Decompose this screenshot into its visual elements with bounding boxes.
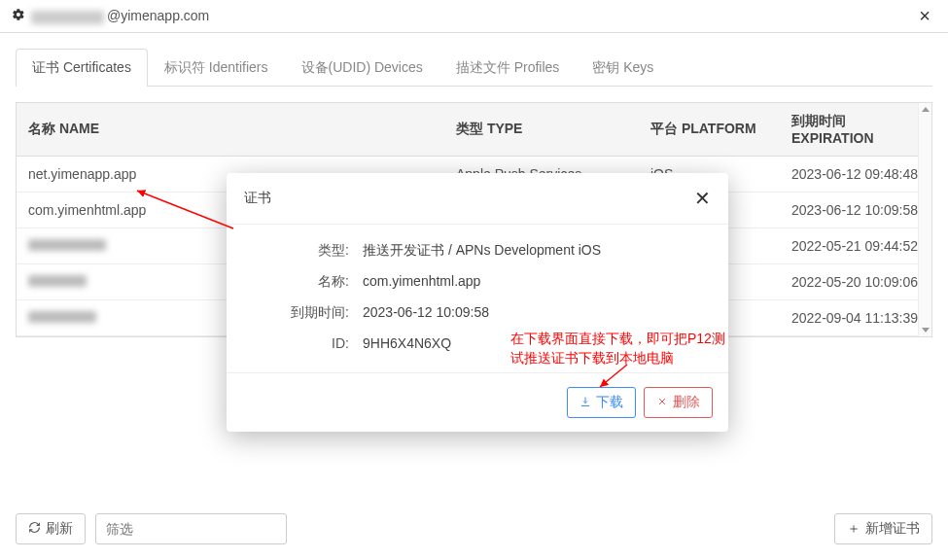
footer-bar: 刷新 ＋ 新增证书	[16, 513, 932, 544]
add-certificate-button[interactable]: ＋ 新增证书	[834, 513, 932, 544]
account-email: @yimenapp.com	[31, 8, 913, 23]
delete-button[interactable]: 删除	[644, 387, 713, 418]
col-type[interactable]: 类型 TYPE	[444, 103, 639, 157]
cell-exp: 2023-06-12 09:48:48	[780, 157, 931, 192]
tab-certificates[interactable]: 证书 Certificates	[16, 49, 148, 87]
filter-input[interactable]	[95, 513, 287, 544]
email-local-blurred	[31, 11, 104, 24]
certificate-modal: 证书 ✕ 类型: 推送开发证书 / APNs Development iOS 名…	[227, 173, 728, 432]
cell-exp: 2022-05-21 09:44:52	[780, 228, 931, 264]
modal-footer: 下载 删除	[227, 372, 728, 432]
cell-exp: 2022-05-20 10:09:06	[780, 264, 931, 300]
download-label: 下载	[596, 394, 623, 411]
col-platform[interactable]: 平台 PLATFORM	[639, 103, 780, 157]
download-button[interactable]: 下载	[567, 387, 636, 418]
gear-icon	[12, 8, 25, 24]
refresh-label: 刷新	[46, 520, 73, 538]
download-icon	[579, 395, 591, 410]
cell-exp: 2022-09-04 11:13:39	[780, 300, 931, 336]
tab-keys[interactable]: 密钥 Keys	[576, 49, 670, 87]
tab-identifiers[interactable]: 标识符 Identifiers	[148, 49, 285, 87]
plus-icon: ＋	[847, 520, 860, 538]
annotation-text: 在下载界面直接下载，即可把P12测试推送证书下载到本地电脑	[510, 330, 734, 368]
add-label: 新增证书	[865, 520, 920, 538]
delete-label: 删除	[673, 394, 700, 411]
refresh-button[interactable]: 刷新	[16, 513, 86, 544]
tab-profiles[interactable]: 描述文件 Profiles	[439, 49, 577, 87]
close-icon[interactable]: ×	[913, 5, 936, 27]
field-expiration: 到期时间: 2023-06-12 10:09:58	[248, 304, 707, 322]
cell-exp: 2023-06-12 10:09:58	[780, 192, 931, 228]
tab-devices[interactable]: 设备(UDID) Devices	[285, 49, 439, 87]
table-scrollbar[interactable]	[918, 103, 931, 336]
window-header: @yimenapp.com ×	[0, 0, 948, 33]
col-name[interactable]: 名称 NAME	[17, 103, 444, 157]
modal-close-icon[interactable]: ✕	[694, 187, 711, 210]
delete-icon	[656, 395, 668, 410]
field-type: 类型: 推送开发证书 / APNs Development iOS	[248, 242, 707, 260]
tab-bar: 证书 Certificates 标识符 Identifiers 设备(UDID)…	[16, 49, 932, 87]
modal-header: 证书 ✕	[227, 173, 728, 225]
table-header-row: 名称 NAME 类型 TYPE 平台 PLATFORM 到期时间 EXPIRAT…	[17, 103, 931, 157]
modal-title: 证书	[244, 190, 694, 207]
field-name: 名称: com.yimenhtml.app	[248, 273, 707, 291]
refresh-icon	[28, 521, 41, 537]
col-expiration[interactable]: 到期时间 EXPIRATION	[780, 103, 931, 157]
